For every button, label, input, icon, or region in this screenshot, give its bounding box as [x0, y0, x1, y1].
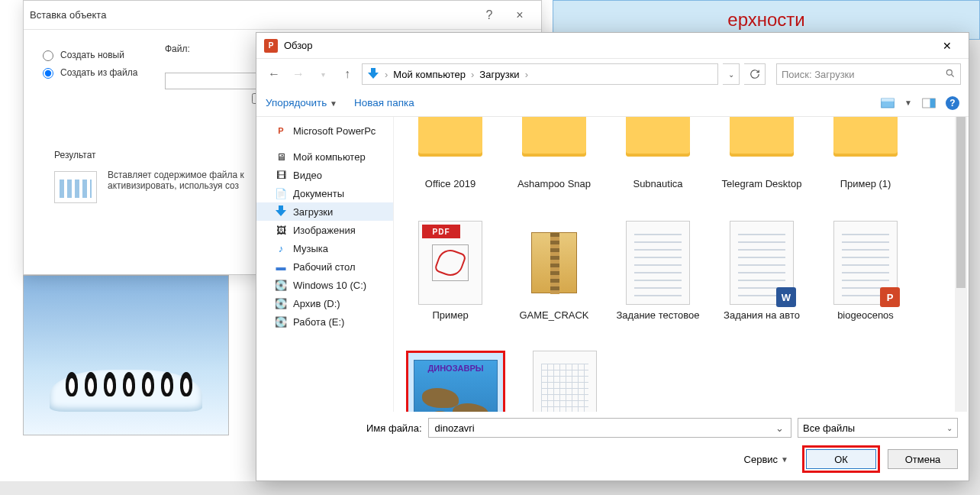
- new-folder-button[interactable]: Новая папка: [354, 97, 414, 108]
- tree-item-mypc[interactable]: 🖥Мой компьютер: [256, 147, 393, 166]
- tree-item-d-drive[interactable]: 💽Архив (D:): [256, 294, 393, 312]
- tree-item-c-drive[interactable]: 💽Windows 10 (C:): [256, 276, 393, 294]
- filename-label: Имя файла:: [366, 422, 422, 434]
- nav-row: ← → ▾ ↑ › Мой компьютер › Загрузки › ⌄ П…: [256, 59, 969, 89]
- tree-item-e-drive[interactable]: 💽Работа (E:): [256, 312, 393, 331]
- browse-title: Обзор: [284, 40, 313, 51]
- desktop-icon: ▬: [275, 260, 287, 273]
- music-icon: ♪: [275, 242, 287, 254]
- file-rar-gamecrack[interactable]: GAME_CRACK: [502, 216, 606, 346]
- address-bar[interactable]: › Мой компьютер › Загрузки ›: [362, 63, 718, 85]
- pictures-icon: 🖼: [275, 224, 287, 236]
- help-button[interactable]: ?: [474, 4, 505, 27]
- nav-back-button[interactable]: ←: [264, 64, 284, 84]
- insert-dialog-title: Вставка объекта: [30, 9, 106, 21]
- radio-create-new[interactable]: [43, 50, 53, 61]
- highlight-ok: ОК: [802, 445, 880, 473]
- chevron-down-icon: ⌄: [946, 424, 953, 432]
- downloads-icon: [367, 68, 379, 80]
- folder-tree: PMicrosoft PowerPс 🖥Мой компьютер 🎞Видео…: [256, 117, 394, 412]
- bg-title-text: ерхности: [727, 9, 804, 31]
- browse-dialog: P Обзор ✕ ← → ▾ ↑ › Мой компьютер › Загр…: [256, 32, 969, 481]
- documents-icon: 📄: [275, 187, 287, 199]
- browse-close-button[interactable]: ✕: [930, 35, 964, 57]
- file-pane[interactable]: Office 2019 Ashampoo Snap Subnautica Tel…: [394, 117, 969, 412]
- vertical-scrollbar[interactable]: [955, 117, 967, 412]
- tree-item-video[interactable]: 🎞Видео: [256, 166, 393, 184]
- folder-subnautica[interactable]: Subnautica: [606, 117, 710, 215]
- cancel-button[interactable]: Отмена: [888, 449, 958, 469]
- organize-button[interactable]: Упорядочить ▼: [266, 97, 337, 108]
- word-icon: W: [776, 287, 796, 307]
- result-description: Вставляет содержимое файла к активизиров…: [108, 170, 244, 203]
- nav-forward-button[interactable]: →: [289, 64, 308, 84]
- file-ppt-biogeocenos[interactable]: P biogeocenos: [814, 216, 917, 346]
- video-icon: 🎞: [275, 169, 287, 181]
- svg-point-0: [946, 70, 952, 75]
- filename-field[interactable]: ⌄: [428, 418, 791, 438]
- folder-telegram[interactable]: Telegram Desktop: [710, 117, 814, 215]
- help-icon[interactable]: ?: [946, 96, 959, 110]
- svg-line-1: [952, 74, 954, 76]
- search-placeholder: Поиск: Загрузки: [782, 69, 855, 80]
- downloads-tree-icon: [275, 205, 287, 218]
- tree-item-downloads[interactable]: Загрузки: [256, 202, 393, 221]
- folder-ashampoo[interactable]: Ashampoo Snap: [502, 117, 606, 215]
- drive-icon: 💽: [275, 297, 287, 309]
- search-icon: [945, 68, 956, 81]
- filename-dropdown[interactable]: ⌄: [772, 422, 786, 434]
- view-button[interactable]: [878, 95, 897, 112]
- close-button[interactable]: ×: [505, 4, 535, 27]
- label-create-new: Создать новый: [60, 50, 124, 60]
- search-input[interactable]: Поиск: Загрузки: [776, 63, 961, 85]
- breadcrumb-folder[interactable]: Загрузки: [479, 69, 519, 80]
- file-pdf-primer[interactable]: PDF Пример: [398, 216, 502, 346]
- svg-rect-5: [930, 99, 936, 108]
- result-icon: [54, 171, 97, 203]
- highlight-dinozavri: ДИНОЗАВРЫ P dinozavri: [406, 351, 505, 412]
- tree-item-desktop[interactable]: ▬Рабочий стол: [256, 257, 393, 276]
- file-ppt-dinozavri[interactable]: ДИНОЗАВРЫ P dinozavri: [398, 346, 513, 412]
- svg-rect-3: [882, 99, 895, 102]
- file-doc-zadania[interactable]: W Задания на авто: [710, 216, 814, 346]
- service-dropdown[interactable]: Сервис ▼: [744, 454, 788, 465]
- ok-button[interactable]: ОК: [806, 449, 876, 469]
- powerpoint-icon: P: [264, 39, 278, 53]
- tree-item-documents[interactable]: 📄Документы: [256, 184, 393, 202]
- insert-dialog-titlebar[interactable]: Вставка объекта ? ×: [24, 1, 541, 30]
- folder-office2019[interactable]: Office 2019: [398, 117, 502, 215]
- file-txt-zadanie[interactable]: Задание тестовое: [606, 216, 710, 346]
- filename-input[interactable]: [434, 422, 772, 435]
- file-xls-primer[interactable]: X Пример: [513, 346, 617, 412]
- drive-icon: 💽: [275, 279, 287, 291]
- powerpoint-app-icon: P: [275, 125, 287, 137]
- file-type-filter[interactable]: Все файлы ⌄: [798, 418, 958, 438]
- nav-up-button[interactable]: ↑: [337, 64, 357, 84]
- view-dropdown[interactable]: ▼: [904, 99, 912, 107]
- penguins-image: [23, 275, 229, 435]
- preview-pane-button[interactable]: [920, 95, 938, 112]
- drive-icon: 💽: [275, 315, 287, 328]
- browse-titlebar[interactable]: P Обзор ✕: [256, 33, 969, 59]
- tree-item-pictures[interactable]: 🖼Изображения: [256, 221, 393, 239]
- breadcrumb-root[interactable]: Мой компьютер: [393, 69, 466, 80]
- label-create-from-file: Создать из файла: [60, 67, 137, 78]
- tree-item-powerpoint[interactable]: PMicrosoft PowerPс: [256, 121, 393, 140]
- nav-recent-button[interactable]: ▾: [313, 64, 333, 84]
- refresh-button[interactable]: [744, 63, 766, 85]
- radio-create-from-file[interactable]: [43, 68, 53, 79]
- folder-primer1[interactable]: Пример (1): [814, 117, 917, 215]
- address-dropdown[interactable]: ⌄: [723, 63, 740, 85]
- dinozavri-thumbnail: ДИНОЗАВРЫ P: [414, 360, 498, 412]
- ppt-icon: P: [880, 287, 900, 307]
- toolbar: Упорядочить ▼ Новая папка ▼ ?: [256, 89, 969, 117]
- tree-item-music[interactable]: ♪Музыка: [256, 239, 393, 257]
- pc-icon: 🖥: [275, 150, 287, 163]
